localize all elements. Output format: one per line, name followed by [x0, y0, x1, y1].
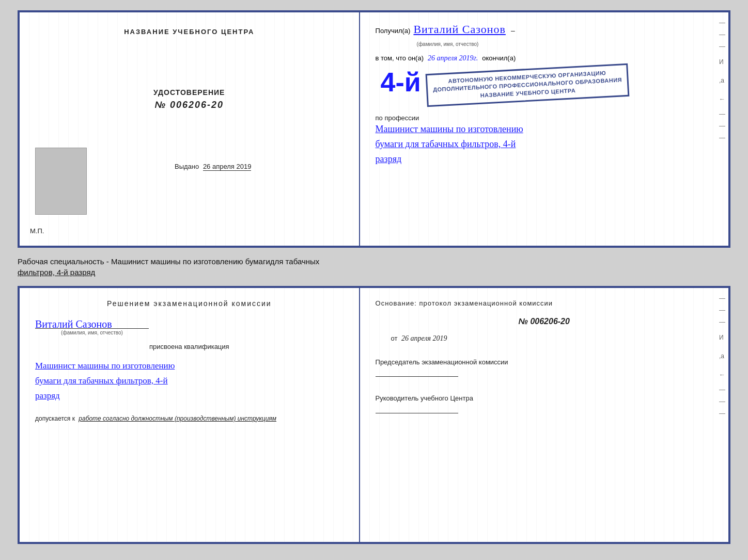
- osnov-label: Основание: протокол экзаменационной коми…: [376, 298, 713, 309]
- br-edge-dash-2: [719, 310, 725, 311]
- bottom-prof-line3: разряд: [35, 389, 344, 404]
- br-edge-arrow: ←: [719, 371, 725, 378]
- cert-top-left: НАЗВАНИЕ УЧЕБНОГО ЦЕНТРА УДОСТОВЕРЕНИЕ №…: [20, 12, 360, 246]
- cert-bottom-left: Решением экзаменационной комиссии Витали…: [20, 288, 360, 542]
- profession-line3: разряд: [376, 152, 713, 167]
- stamp-box-area: АВТОНОМНУЮ НЕКОММЕРЧЕСКУЮ ОРГАНИЗАЦИЮ ДО…: [426, 69, 629, 102]
- training-center-title: НАЗВАНИЕ УЧЕБНОГО ЦЕНТРА: [124, 28, 254, 36]
- rukovoditel-signature-line: [376, 413, 458, 413]
- cert-number: № 006206-20: [154, 100, 224, 110]
- profession-line1: Машинист машины по изготовлению: [376, 122, 713, 137]
- between-line2: фильтров, 4-й разряд: [18, 267, 730, 278]
- cert-label: УДОСТОВЕРЕНИЕ: [153, 88, 225, 97]
- edge-char-arrow: ←: [719, 95, 725, 103]
- edge-dash-1: [719, 23, 725, 23]
- issued-date-value: 26 апреля 2019: [203, 163, 252, 171]
- edge-char-i: И: [719, 58, 725, 66]
- vtom-label: в том, что он(а): [376, 54, 424, 62]
- big-4-label: 4-й: [381, 69, 421, 95]
- cert-middle-section: УДОСТОВЕРЕНИЕ № 006206-20: [153, 88, 225, 110]
- edge-dash-3: [719, 46, 725, 47]
- prisvoena-label: присвоена квалификация: [35, 343, 344, 350]
- bottom-prof-line1: Машинист машины по изготовлению: [35, 359, 344, 374]
- org-section: 4-й АВТОНОМНУЮ НЕКОММЕРЧЕСКУЮ ОРГАНИЗАЦИ…: [376, 69, 713, 102]
- cert-handwritten-date: 26 апреля 2019г.: [428, 54, 478, 62]
- br-edge-dash-3: [719, 322, 725, 323]
- recipient-row: Получил(а) Виталий Сазонов –: [376, 23, 713, 36]
- vtom-row: в том, что он(а) 26 апреля 2019г. окончи…: [376, 54, 713, 62]
- bottom-profession-section: Машинист машины по изготовлению бумаги д…: [35, 359, 344, 404]
- edge-dash-2: [719, 35, 725, 35]
- edge-dash-5: [719, 126, 725, 126]
- br-edge-dash-1: [719, 298, 725, 299]
- dopusk-prefix: допускается к: [35, 415, 75, 422]
- certificate-top: НАЗВАНИЕ УЧЕБНОГО ЦЕНТРА УДОСТОВЕРЕНИЕ №…: [18, 10, 730, 248]
- date-prefix: от: [391, 334, 398, 342]
- issued-label: Выдано: [175, 163, 199, 170]
- cert-bottom-right: Основание: протокол экзаменационной коми…: [360, 288, 728, 542]
- br-edge-dash-6: [719, 413, 725, 414]
- between-pages-label: Рабочая специальность - Машинист машины …: [18, 254, 730, 280]
- bottom-right-edge-decorations: И ,а ←: [719, 298, 725, 414]
- poluchil-label: Получил(а): [376, 27, 411, 35]
- recipient-name: Виталий Сазонов: [413, 23, 505, 36]
- rukovoditel-label: Руководитель учебного Центра: [376, 393, 713, 404]
- br-edge-dash-5: [719, 402, 725, 402]
- between-line1: Рабочая специальность - Машинист машины …: [18, 256, 730, 267]
- stamp-text: АВТОНОМНУЮ НЕКОММЕРЧЕСКУЮ ОРГАНИЗАЦИЮ ДО…: [425, 63, 629, 107]
- between-line2-underlined: фильтров, 4-й разряд: [18, 268, 95, 277]
- chairman-signature-line: [376, 376, 458, 377]
- right-edge-decorations: И ,а ←: [719, 23, 725, 138]
- protocol-date-value: 26 апреля 2019: [401, 334, 447, 342]
- edge-dash-6: [719, 138, 725, 138]
- issued-date-row: Выдано 26 апреля 2019: [175, 163, 251, 170]
- bottom-prof-line2: бумаги для табачных фильтров, 4-й: [35, 374, 344, 389]
- certificate-bottom: Решением экзаменационной комиссии Витали…: [18, 286, 730, 544]
- protocol-date-row: от 26 апреля 2019: [391, 334, 713, 343]
- profession-section: по профессии Машинист машины по изготовл…: [376, 111, 713, 166]
- bottom-name-section: Виталий Сазонов (фамилия, имя, отчество): [35, 316, 344, 335]
- mp-label: М.П.: [30, 227, 44, 235]
- okonchil-label: окончил(а): [482, 54, 516, 62]
- dopusk-row: допускается к работе согласно должностны…: [35, 415, 344, 422]
- commission-title: Решением экзаменационной комиссии: [35, 298, 344, 309]
- bottom-handwritten-name: Виталий Сазонов: [35, 318, 344, 330]
- profession-line2: бумаги для табачных фильтров, 4-й: [376, 137, 713, 152]
- po-professii-label: по профессии: [376, 114, 713, 122]
- br-edge-i: И: [719, 334, 725, 341]
- br-edge-dash-4: [719, 390, 725, 390]
- edge-dash-4: [719, 114, 725, 115]
- chairman-label: Председатель экзаменационной комиссии: [376, 357, 713, 367]
- photo-placeholder: [35, 148, 87, 215]
- dopusk-italic: работе согласно должностным (производств…: [79, 415, 276, 422]
- br-edge-a: ,а: [719, 353, 725, 360]
- edge-char-a: ,а: [719, 77, 725, 84]
- fio-note-top: (фамилия, имя, отчество): [417, 41, 713, 47]
- protocol-number: № 006206-20: [376, 317, 713, 326]
- cert-top-right: Получил(а) Виталий Сазонов – (фамилия, и…: [360, 12, 728, 246]
